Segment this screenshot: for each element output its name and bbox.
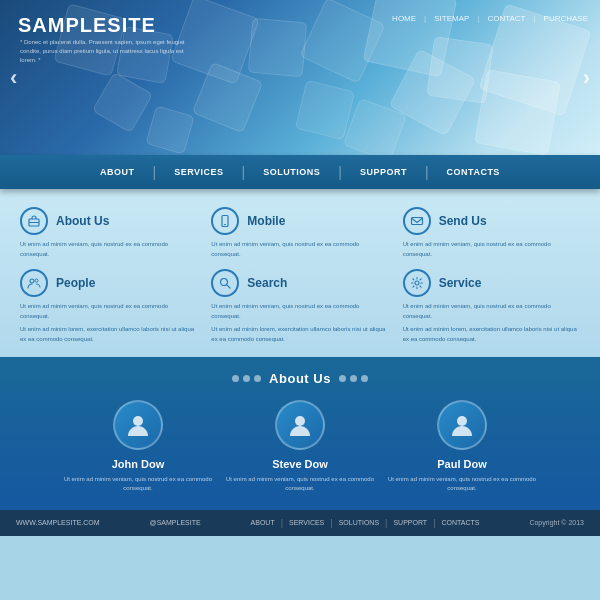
svg-line-8 <box>227 285 230 288</box>
feature-text: Ut enim ad minim veniam, quis nostrud ex… <box>403 302 580 321</box>
gear-icon <box>403 269 431 297</box>
feature-extra-text: Ut enim ad minim lorem, exercitation ull… <box>211 325 388 344</box>
avatar-steve <box>275 400 325 450</box>
feature-title: About Us <box>56 214 109 228</box>
footer-copyright: Copyright © 2013 <box>529 519 584 526</box>
svg-point-11 <box>295 416 305 426</box>
dot <box>350 375 357 382</box>
nav-contacts[interactable]: CONTACTS <box>429 155 518 189</box>
feature-extra-text: Ut enim ad minim lorem, exercitation ull… <box>403 325 580 344</box>
main-navbar: ABOUT | SERVICES | SOLUTIONS | SUPPORT |… <box>0 155 600 189</box>
footer-nav-support[interactable]: SUPPORT <box>393 519 427 526</box>
feature-title: Send Us <box>439 214 487 228</box>
footer-social: @SAMPLESITE <box>150 519 201 526</box>
about-cards: John Dow Ut enim ad minim veniam, quis n… <box>20 400 580 494</box>
feature-service: Service Ut enim ad minim veniam, quis no… <box>403 269 580 344</box>
feature-about-us: About Us Ut enim ad minim veniam, quis n… <box>20 207 197 259</box>
nav-solutions[interactable]: SOLUTIONS <box>245 155 338 189</box>
svg-point-10 <box>133 416 143 426</box>
dot <box>254 375 261 382</box>
feature-title: Service <box>439 276 482 290</box>
footer-nav-solutions[interactable]: SOLUTIONS <box>339 519 379 526</box>
person-text: Ut enim ad minim veniam, quis nostrud ex… <box>387 475 537 494</box>
nav-about[interactable]: ABOUT <box>82 155 153 189</box>
person-text: Ut enim ad minim veniam, quis nostrud ex… <box>63 475 213 494</box>
dot <box>361 375 368 382</box>
about-dots-left <box>232 375 261 382</box>
feature-mobile: Mobile Ut enim ad minim veniam, quis nos… <box>211 207 388 259</box>
svg-point-6 <box>35 279 38 282</box>
feature-search: Search Ut enim ad minim veniam, quis nos… <box>211 269 388 344</box>
feature-title: Search <box>247 276 287 290</box>
header-nav-purchase[interactable]: PURCHASE <box>544 14 588 23</box>
feature-title: People <box>56 276 95 290</box>
about-header: About Us <box>20 371 580 386</box>
person-card-paul: Paul Dow Ut enim ad minim veniam, quis n… <box>387 400 537 494</box>
site-tagline: * Donec et placerat dulla. Praesent sapi… <box>20 38 200 65</box>
avatar-paul <box>437 400 487 450</box>
feature-title: Mobile <box>247 214 285 228</box>
person-name: Steve Dow <box>272 458 328 470</box>
footer: WWW.SAMPLESITE.COM @SAMPLESITE ABOUT | S… <box>0 510 600 536</box>
search-icon <box>211 269 239 297</box>
dot <box>243 375 250 382</box>
carousel-right-arrow[interactable]: › <box>583 65 590 91</box>
dot <box>232 375 239 382</box>
feature-send-us: Send Us Ut enim ad minim veniam, quis no… <box>403 207 580 259</box>
person-card-john: John Dow Ut enim ad minim veniam, quis n… <box>63 400 213 494</box>
footer-nav-contacts[interactable]: CONTACTS <box>442 519 480 526</box>
person-name: Paul Dow <box>437 458 487 470</box>
people-icon <box>20 269 48 297</box>
feature-grid: About Us Ut enim ad minim veniam, quis n… <box>20 207 580 345</box>
header-nav: HOME | SITEMAP | CONTACT | PURCHASE <box>392 14 588 23</box>
envelope-icon <box>403 207 431 235</box>
feature-text: Ut enim ad minim veniam, quis nostrud ex… <box>211 240 388 259</box>
feature-text: Ut enim ad minim veniam, quis nostrud ex… <box>211 302 388 321</box>
svg-point-12 <box>457 416 467 426</box>
footer-nav-services[interactable]: SERVICES <box>289 519 324 526</box>
about-section: About Us John Dow Ut enim ad minim venia… <box>0 357 600 510</box>
nav-support[interactable]: SUPPORT <box>342 155 425 189</box>
person-card-steve: Steve Dow Ut enim ad minim veniam, quis … <box>225 400 375 494</box>
person-name: John Dow <box>112 458 165 470</box>
feature-text: Ut enim ad minim veniam, quis nostrud ex… <box>403 240 580 259</box>
briefcase-icon <box>20 207 48 235</box>
dot <box>339 375 346 382</box>
site-logo: SAMPLESITE <box>18 14 156 37</box>
svg-rect-4 <box>411 218 422 225</box>
feature-text: Ut enim ad minim veniam, quis nostrud ex… <box>20 240 197 259</box>
person-text: Ut enim ad minim veniam, quis nostrud ex… <box>225 475 375 494</box>
footer-website: WWW.SAMPLESITE.COM <box>16 519 100 526</box>
mobile-icon <box>211 207 239 235</box>
svg-point-5 <box>30 279 34 283</box>
main-content: About Us Ut enim ad minim veniam, quis n… <box>0 189 600 357</box>
footer-nav-about[interactable]: ABOUT <box>251 519 275 526</box>
header: SAMPLESITE * Donec et placerat dulla. Pr… <box>0 0 600 155</box>
feature-text: Ut enim ad minim veniam, quis nostrud ex… <box>20 302 197 321</box>
about-title: About Us <box>269 371 331 386</box>
footer-nav: ABOUT | SERVICES | SOLUTIONS | SUPPORT |… <box>251 518 480 528</box>
carousel-left-arrow[interactable]: ‹ <box>10 65 17 91</box>
about-dots-right <box>339 375 368 382</box>
nav-services[interactable]: SERVICES <box>156 155 241 189</box>
header-nav-home[interactable]: HOME <box>392 14 416 23</box>
avatar-john <box>113 400 163 450</box>
feature-extra-text: Ut enim ad minim lorem, exercitation ull… <box>20 325 197 344</box>
header-nav-sitemap[interactable]: SITEMAP <box>434 14 469 23</box>
feature-people: People Ut enim ad minim veniam, quis nos… <box>20 269 197 344</box>
header-nav-contact[interactable]: CONTACT <box>487 14 525 23</box>
svg-point-9 <box>415 281 419 285</box>
